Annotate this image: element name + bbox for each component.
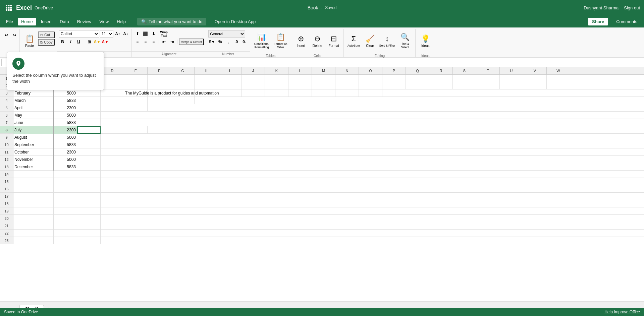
cell-A18[interactable]	[13, 200, 54, 207]
currency-button[interactable]: $▼	[208, 38, 216, 46]
cell-V1[interactable]	[523, 75, 547, 82]
menu-item-view[interactable]: View	[96, 18, 112, 25]
cell-M1[interactable]	[312, 75, 335, 82]
sort-filter-button[interactable]: ↕ Sort & Filter	[379, 30, 395, 52]
cell-H2[interactable]	[195, 82, 218, 89]
cell-A4[interactable]: March	[13, 97, 54, 104]
cell-B11[interactable]: 2300	[54, 148, 77, 156]
align-top-button[interactable]: ⬆	[134, 30, 141, 38]
cell-B20[interactable]	[54, 215, 77, 222]
decrease-indent-button[interactable]: ⇤	[160, 38, 168, 46]
underline-button[interactable]: U	[75, 38, 83, 46]
font-color-button[interactable]: A▼	[102, 38, 109, 46]
cell-C22[interactable]	[77, 230, 101, 237]
increase-decimal-button[interactable]: .0	[232, 38, 240, 46]
cell-N1[interactable]	[335, 75, 359, 82]
col-header-I[interactable]: I	[218, 67, 241, 74]
menu-item-home[interactable]: Home	[18, 18, 36, 25]
cell-C9[interactable]	[77, 134, 101, 141]
cell-N2[interactable]	[335, 82, 359, 89]
cell-A3[interactable]: February	[13, 89, 54, 97]
cell-J2[interactable]	[241, 82, 265, 89]
cell-B22[interactable]	[54, 230, 77, 237]
col-header-T[interactable]: T	[476, 67, 500, 74]
cell-R2[interactable]	[429, 82, 453, 89]
format-table-button[interactable]: 📋 Format as Table	[272, 30, 289, 52]
row-num-12[interactable]: 12	[0, 156, 13, 163]
row-num-21[interactable]: 21	[0, 222, 13, 229]
cell-B18[interactable]	[54, 200, 77, 207]
row-num-5[interactable]: 5	[0, 104, 13, 111]
menu-item-data[interactable]: Data	[56, 18, 72, 25]
cell-A22[interactable]	[13, 230, 54, 237]
cell-G1[interactable]	[171, 75, 195, 82]
cell-N3[interactable]	[335, 89, 359, 97]
cell-A10[interactable]: September	[13, 141, 54, 148]
col-header-N[interactable]: N	[335, 67, 359, 74]
menu-item-help[interactable]: Help	[113, 18, 129, 25]
cell-F1[interactable]	[148, 75, 171, 82]
cell-J3[interactable]	[241, 89, 265, 97]
percent-button[interactable]: %	[216, 38, 224, 46]
row-num-10[interactable]: 10	[0, 141, 13, 148]
cell-T1[interactable]	[476, 75, 500, 82]
cell-R1[interactable]	[429, 75, 453, 82]
cell-E5[interactable]	[124, 104, 148, 112]
cell-C15[interactable]	[77, 178, 101, 185]
cell-B19[interactable]	[54, 207, 77, 215]
row-num-20[interactable]: 20	[0, 215, 13, 222]
row-num-18[interactable]: 18	[0, 200, 13, 207]
cell-C14[interactable]	[77, 171, 101, 178]
conditional-formatting-button[interactable]: 📊 ConditionalFormatting	[252, 30, 271, 52]
cell-D1[interactable]	[101, 75, 124, 82]
cell-A21[interactable]	[13, 222, 54, 230]
undo-button[interactable]: ↩	[3, 31, 10, 39]
cell-C8[interactable]	[77, 126, 101, 134]
cell-G3[interactable]	[171, 89, 195, 97]
decrease-font-button[interactable]: A↓	[122, 30, 129, 38]
col-header-D[interactable]: D	[101, 67, 124, 74]
insert-button[interactable]: ⊕ Insert	[293, 30, 309, 52]
cell-U1[interactable]	[500, 75, 523, 82]
cell-E3[interactable]: The MyGuide is a product for guides and …	[124, 89, 148, 97]
cell-B12[interactable]: 5000	[54, 156, 77, 163]
share-button[interactable]: Share	[588, 18, 608, 25]
decrease-decimal-button[interactable]: 0.	[240, 38, 248, 46]
formula-input[interactable]	[32, 59, 643, 66]
cell-A16[interactable]	[13, 185, 54, 193]
cell-C13[interactable]	[77, 163, 101, 171]
cell-A23[interactable]	[13, 237, 54, 244]
cell-A9[interactable]: August	[13, 134, 54, 141]
col-header-W[interactable]: W	[547, 67, 570, 74]
cell-H1[interactable]	[195, 75, 218, 82]
cell-E2[interactable]	[124, 82, 148, 89]
cell-B5[interactable]: 2300	[54, 104, 77, 112]
find-select-button[interactable]: 🔍 Find & Select	[396, 30, 413, 52]
cell-M3[interactable]	[312, 89, 335, 97]
cell-A15[interactable]	[13, 178, 54, 185]
cell-D4[interactable]	[101, 97, 124, 104]
row-num-9[interactable]: 9	[0, 134, 13, 141]
align-right-button[interactable]: ≡	[150, 38, 157, 46]
border-button[interactable]: ⊞	[86, 38, 93, 46]
row-num-11[interactable]: 11	[0, 148, 13, 155]
cell-B23[interactable]	[54, 237, 77, 244]
cell-A13[interactable]: December	[13, 163, 54, 171]
increase-indent-button[interactable]: ⇥	[168, 38, 176, 46]
cell-P1[interactable]	[382, 75, 406, 82]
sign-out[interactable]: Sign out	[624, 5, 640, 10]
cell-F3[interactable]	[148, 89, 171, 97]
increase-font-button[interactable]: A↑	[114, 30, 121, 38]
number-format-select[interactable]: General	[208, 30, 245, 38]
cell-C19[interactable]	[77, 207, 101, 215]
cell-T2[interactable]	[476, 82, 500, 89]
row-num-4[interactable]: 4	[0, 97, 13, 104]
cell-C3[interactable]	[77, 89, 101, 97]
row-num-3[interactable]: 3	[0, 89, 13, 97]
comments-button[interactable]: Comments	[612, 18, 641, 25]
menu-item-insert[interactable]: Insert	[38, 18, 55, 25]
cell-B3[interactable]: 5000	[54, 89, 77, 97]
cell-V2[interactable]	[523, 82, 547, 89]
cell-L3[interactable]	[288, 89, 312, 97]
ideas-button[interactable]: 💡 Ideas	[418, 30, 433, 52]
